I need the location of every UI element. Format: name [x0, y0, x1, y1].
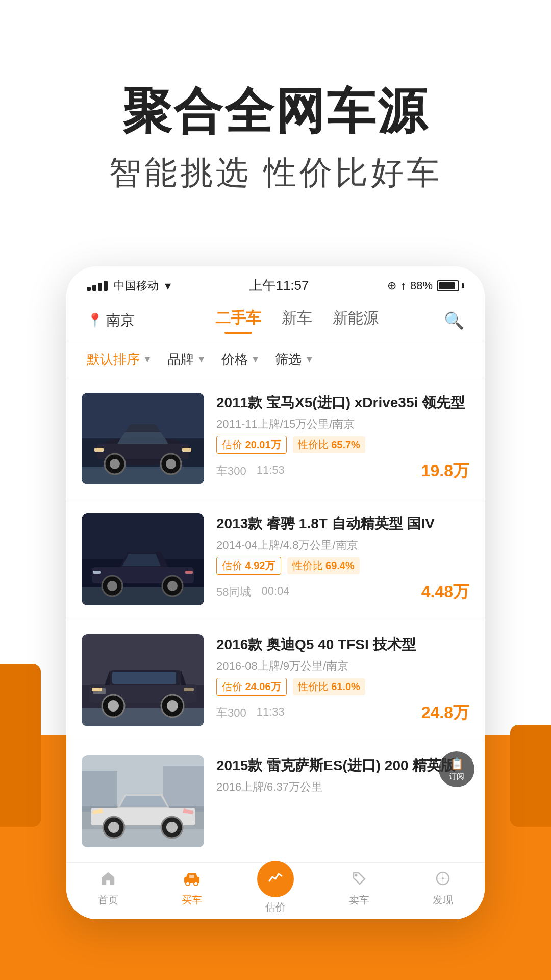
page-wrapper: 聚合全网车源 智能挑选 性价比好车 中国移动 ▾ 上午11:57	[0, 0, 551, 980]
svg-rect-20	[185, 571, 193, 574]
signal-bar-2	[92, 285, 96, 291]
svg-point-45	[186, 881, 190, 886]
svg-point-43	[166, 822, 178, 833]
svg-point-46	[194, 881, 198, 886]
arrow-icon: ↑	[400, 279, 406, 292]
car-price-1: 19.8万	[421, 460, 469, 482]
car-item-1[interactable]: 2011款 宝马X5(进口) xDrive35i 领先型 2011-11上牌/1…	[66, 378, 485, 499]
status-right: ⊕ ↑ 88%	[387, 279, 464, 292]
nav-tabs: 二手车 新车 新能源	[150, 308, 444, 333]
car-meta-4: 2016上牌/6.37万公里	[216, 779, 469, 795]
filter-more[interactable]: 筛选 ▼	[275, 351, 314, 369]
filter-price[interactable]: 价格 ▼	[221, 351, 260, 369]
svg-point-18	[167, 581, 178, 591]
car-title-2: 2013款 睿骋 1.8T 自动精英型 国IV	[216, 513, 469, 533]
source-time-1: 11:53	[257, 463, 285, 479]
nav-tab-new-car[interactable]: 新车	[282, 308, 312, 333]
subscribe-button[interactable]: 📋 订阅	[439, 751, 474, 787]
car-list: 2011款 宝马X5(进口) xDrive35i 领先型 2011-11上牌/1…	[66, 378, 485, 862]
svg-point-16	[107, 581, 117, 591]
signal-bar-4	[104, 281, 108, 291]
car-item-2[interactable]: 2013款 睿骋 1.8T 自动精英型 国IV 2014-04上牌/4.8万公里…	[66, 499, 485, 620]
battery-icon	[437, 280, 464, 291]
car-image-2	[82, 513, 204, 605]
wifi-icon: ▾	[165, 279, 171, 293]
signal-bars	[87, 281, 108, 291]
subscribe-icon: 📋	[450, 757, 464, 771]
svg-rect-38	[163, 766, 204, 812]
nav-bar: 📍 南京 二手车 新车 新能源 🔍	[66, 300, 485, 341]
subscribe-label: 订阅	[449, 772, 464, 781]
nav-tab-used-car[interactable]: 二手车	[215, 308, 261, 333]
car-title-1: 2011款 宝马X5(进口) xDrive35i 领先型	[216, 393, 469, 412]
svg-point-52	[442, 877, 444, 879]
bottom-nav-sell-car[interactable]: 卖车	[317, 871, 401, 914]
status-time: 上午11:57	[249, 277, 309, 295]
svg-rect-2	[82, 467, 204, 484]
battery-percent: 88%	[410, 279, 433, 292]
brand-arrow-icon: ▼	[197, 354, 206, 365]
svg-rect-33	[184, 688, 194, 691]
car-tags-2: 估价 4.92万 性价比 69.4%	[216, 557, 469, 575]
search-icon[interactable]: 🔍	[444, 311, 464, 330]
svg-rect-37	[82, 771, 117, 812]
nav-tab-new-energy[interactable]: 新能源	[333, 308, 379, 333]
location-text: 南京	[106, 311, 135, 330]
phone-wrapper: 中国移动 ▾ 上午11:57 ⊕ ↑ 88%	[0, 266, 551, 919]
car-source-3: 车300 11:33	[216, 705, 285, 721]
bottom-nav: 首页 买车	[66, 862, 485, 919]
battery-body	[437, 280, 459, 291]
bottom-nav-buy-car[interactable]: 买车	[150, 871, 234, 914]
car-footer-3: 车300 11:33 24.8万	[216, 702, 469, 724]
signal-bar-3	[98, 283, 102, 291]
battery-fill	[439, 282, 455, 289]
car-image-4	[82, 755, 204, 847]
car-tags-3: 估价 24.06万 性价比 61.0%	[216, 678, 469, 696]
car-meta-3: 2016-08上牌/9万公里/南京	[216, 658, 469, 674]
bottom-nav-estimate-label: 估价	[265, 900, 286, 914]
car-info-2: 2013款 睿骋 1.8T 自动精英型 国IV 2014-04上牌/4.8万公里…	[216, 513, 469, 605]
car-footer-2: 58同城 00:04 4.48万	[216, 581, 469, 603]
car-info-4: 2015款 雷克萨斯ES(进口) 200 精英版 2016上牌/6.37万公里	[216, 755, 469, 847]
tag-icon	[352, 871, 367, 890]
bottom-nav-home-label: 首页	[98, 893, 118, 907]
hero-subtitle: 智能挑选 性价比好车	[31, 151, 520, 195]
car-item-4[interactable]: 2015款 雷克萨斯ES(进口) 200 精英版 2016上牌/6.37万公里 …	[66, 741, 485, 862]
car-icon	[183, 871, 201, 890]
svg-point-28	[108, 700, 119, 712]
filter-price-label: 价格	[221, 351, 248, 369]
svg-rect-47	[189, 875, 194, 878]
bottom-nav-home[interactable]: 首页	[66, 871, 150, 914]
nav-location[interactable]: 📍 南京	[87, 311, 135, 330]
filter-sort[interactable]: 默认排序 ▼	[87, 351, 152, 369]
car-source-1: 车300 11:53	[216, 463, 285, 479]
svg-point-48	[355, 874, 358, 877]
source-time-2: 00:04	[261, 584, 289, 600]
car-source-2: 58同城 00:04	[216, 584, 290, 600]
home-icon	[101, 871, 116, 890]
signal-bar-1	[87, 287, 91, 291]
svg-point-41	[108, 822, 119, 833]
filter-bar: 默认排序 ▼ 品牌 ▼ 价格 ▼ 筛选 ▼	[66, 341, 485, 378]
source-name-3: 车300	[216, 705, 246, 721]
filter-brand[interactable]: 品牌 ▼	[167, 351, 206, 369]
car-info-1: 2011款 宝马X5(进口) xDrive35i 领先型 2011-11上牌/1…	[216, 393, 469, 484]
svg-point-6	[110, 459, 120, 469]
filter-more-label: 筛选	[275, 351, 302, 369]
estimate-label-2: 估价 4.92万	[216, 557, 281, 575]
svg-rect-26	[112, 672, 176, 684]
estimate-circle-icon	[257, 861, 294, 897]
car-meta-2: 2014-04上牌/4.8万公里/南京	[216, 537, 469, 553]
source-name-1: 车300	[216, 463, 246, 479]
bottom-nav-discover[interactable]: 发现	[401, 871, 485, 914]
car-item-3[interactable]: 2016款 奥迪Q5 40 TFSI 技术型 2016-08上牌/9万公里/南京…	[66, 620, 485, 741]
svg-rect-23	[82, 708, 204, 726]
estimate-label-1: 估价 20.01万	[216, 436, 287, 454]
bottom-nav-sell-label: 卖车	[349, 893, 369, 907]
estimate-chart-icon	[267, 869, 284, 889]
location-pin-icon: 📍	[87, 312, 103, 328]
filter-brand-label: 品牌	[167, 351, 194, 369]
car-info-3: 2016款 奥迪Q5 40 TFSI 技术型 2016-08上牌/9万公里/南京…	[216, 634, 469, 726]
phone-frame: 中国移动 ▾ 上午11:57 ⊕ ↑ 88%	[66, 266, 485, 919]
bottom-nav-estimate[interactable]: 估价	[234, 871, 317, 914]
